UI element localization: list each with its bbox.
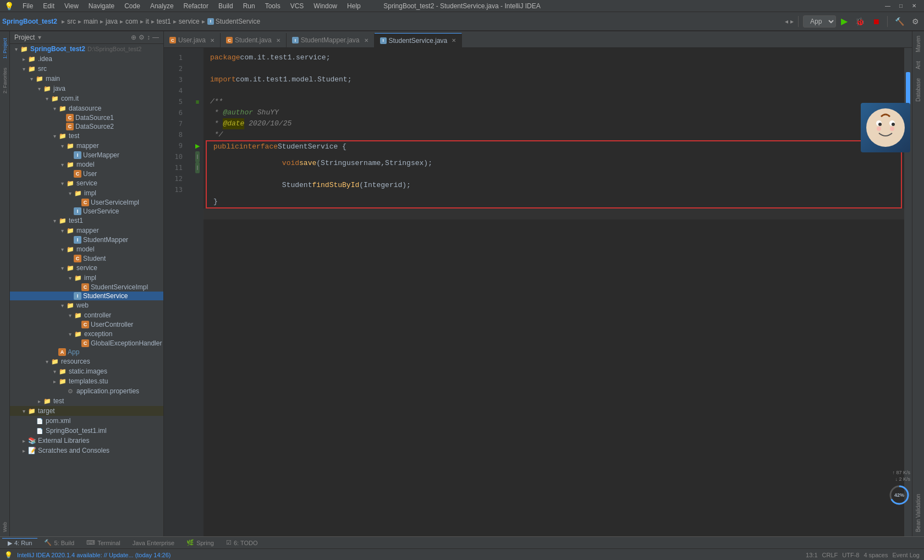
menu-view[interactable]: View	[60, 1, 83, 11]
menu-edit[interactable]: Edit	[38, 1, 59, 11]
java-enterprise-tab[interactable]: Java Enterprise	[127, 539, 180, 547]
tree-usermapper[interactable]: I UserMapper	[10, 151, 163, 160]
menu-file[interactable]: File	[18, 1, 37, 11]
menu-build[interactable]: Build	[214, 1, 238, 11]
run-button[interactable]: ▶	[838, 14, 850, 28]
tree-userserviceimpl[interactable]: C UserServiceImpl	[10, 198, 163, 207]
tab-studentmapper-java[interactable]: I StudentMapper.java ✕	[287, 33, 375, 47]
tree-templates-stu[interactable]: ▸ 📁 templates.stu	[10, 376, 163, 386]
code-content[interactable]: package com.it.test1.service; import com…	[204, 48, 904, 536]
menu-navigate[interactable]: Navigate	[84, 1, 119, 11]
menu-help[interactable]: Help	[343, 1, 365, 11]
bean-validation-toggle[interactable]: Bean Validation	[914, 490, 922, 536]
tree-application-properties[interactable]: ⚙ application.properties	[10, 386, 163, 396]
tab-studentservice-java[interactable]: I StudentService.java ✕	[375, 33, 463, 47]
debug-button[interactable]: 🐞	[853, 15, 867, 28]
tree-userservice[interactable]: I UserService	[10, 207, 163, 216]
tree-datasource2[interactable]: C DataSource2	[10, 122, 163, 131]
forward-button[interactable]: ▸	[790, 18, 794, 25]
menu-window[interactable]: Window	[309, 1, 342, 11]
back-button[interactable]: ◂	[785, 18, 788, 25]
line-ending[interactable]: CRLF	[822, 552, 838, 558]
tree-src[interactable]: ▾ 📁 src	[10, 64, 163, 74]
tree-test1-mapper[interactable]: ▾ 📁 mapper	[10, 226, 163, 235]
menu-run[interactable]: Run	[239, 1, 260, 11]
tree-test-model[interactable]: ▾ 📁 model	[10, 160, 163, 169]
tab-close-icon4[interactable]: ✕	[452, 37, 456, 43]
scope-icon[interactable]: ⊕	[131, 34, 136, 41]
terminal-tab[interactable]: ⌨ Terminal	[81, 538, 126, 547]
breadcrumb-service[interactable]: service	[179, 18, 200, 25]
ant-panel-toggle[interactable]: Ant	[914, 57, 922, 74]
indent[interactable]: 4 spaces	[864, 552, 888, 558]
encoding[interactable]: UTF-8	[842, 552, 859, 558]
menu-analyze[interactable]: Analyze	[146, 1, 178, 11]
tree-test1[interactable]: ▾ 📁 test1	[10, 216, 163, 226]
tree-student[interactable]: C Student	[10, 254, 163, 263]
tree-test-service[interactable]: ▾ 📁 service	[10, 178, 163, 188]
sidebar-icon-favorites[interactable]: 2: Favorites	[1, 63, 9, 98]
tab-close-icon2[interactable]: ✕	[276, 37, 280, 43]
tree-studentserviceimpl[interactable]: C StudentServiceImpl	[10, 283, 163, 292]
tree-comit[interactable]: ▾ 📁 com.it	[10, 94, 163, 103]
build-tab[interactable]: 🔨 5: Build	[38, 538, 80, 547]
tree-exception[interactable]: ▾ 📁 exception	[10, 329, 163, 339]
breadcrumb-file[interactable]: I StudentService	[207, 18, 260, 25]
tree-test-mapper[interactable]: ▾ 📁 mapper	[10, 141, 163, 151]
app-selector[interactable]: App	[803, 15, 836, 28]
expand-icon[interactable]: ↕	[147, 34, 150, 41]
maximize-button[interactable]: □	[895, 1, 906, 12]
gear-icon[interactable]: ⚙	[139, 34, 145, 41]
tab-student-java[interactable]: C Student.java ✕	[221, 33, 287, 47]
sidebar-icon-web[interactable]: Web	[1, 518, 9, 536]
tree-root[interactable]: ▾ 📁 SpringBoot_test2 D:\SpringBoot_test2	[10, 44, 163, 54]
tab-close-icon[interactable]: ✕	[210, 37, 215, 43]
menu-code[interactable]: Code	[120, 1, 145, 11]
tree-datasource[interactable]: ▾ 📁 datasource	[10, 103, 163, 113]
tree-studentservice[interactable]: I StudentService	[10, 292, 163, 300]
tree-target[interactable]: ▾ 📁 target	[10, 406, 163, 416]
build-button[interactable]: 🔨	[892, 15, 907, 28]
tree-resources[interactable]: ▾ 📁 resources	[10, 356, 163, 366]
breadcrumb-it[interactable]: it	[146, 18, 149, 25]
implement-icon2[interactable]: I	[195, 162, 199, 173]
breadcrumb-test1[interactable]: test1	[157, 18, 171, 25]
menu-tools[interactable]: Tools	[261, 1, 285, 11]
tree-test-service-impl[interactable]: ▾ 📁 impl	[10, 188, 163, 198]
tree-test[interactable]: ▾ 📁 test	[10, 131, 163, 141]
breadcrumb-com[interactable]: com	[125, 18, 138, 25]
menu-vcs[interactable]: VCS	[286, 1, 309, 11]
menu-refactor[interactable]: Refactor	[179, 1, 213, 11]
minimize-button[interactable]: —	[882, 1, 893, 12]
tab-close-icon3[interactable]: ✕	[364, 37, 369, 43]
collapse-panel-icon[interactable]: —	[152, 34, 159, 41]
tree-iml[interactable]: 📄 SpringBoot_test1.iml	[10, 426, 163, 436]
settings-button[interactable]: ⚙	[909, 15, 922, 28]
breadcrumb-java[interactable]: java	[106, 18, 118, 25]
tree-test1-service[interactable]: ▾ 📁 service	[10, 263, 163, 273]
spring-tab[interactable]: 🌿 Spring	[181, 538, 219, 547]
maven-panel-toggle[interactable]: Maven	[914, 31, 922, 57]
database-panel-toggle[interactable]: Database	[914, 74, 922, 106]
status-message[interactable]: IntelliJ IDEA 2020.1.4 available: // Upd…	[17, 552, 170, 558]
tree-static-images[interactable]: ▾ 📁 static.images	[10, 366, 163, 376]
tree-test1-model[interactable]: ▾ 📁 model	[10, 244, 163, 254]
tree-studentmapper[interactable]: I StudentMapper	[10, 235, 163, 244]
tree-pom-xml[interactable]: 📄 pom.xml	[10, 416, 163, 426]
tree-datasource1[interactable]: C DataSource1	[10, 113, 163, 122]
run-tab[interactable]: ▶ 4: Run	[2, 538, 37, 548]
tree-app[interactable]: A App	[10, 348, 163, 356]
tree-web[interactable]: ▾ 📁 web	[10, 300, 163, 310]
tab-user-java[interactable]: C User.java ✕	[164, 33, 221, 47]
tree-user[interactable]: C User	[10, 169, 163, 178]
event-log[interactable]: Event Log	[892, 552, 920, 558]
todo-tab[interactable]: ☑ 6: TODO	[221, 538, 263, 547]
tree-controller[interactable]: ▾ 📁 controller	[10, 310, 163, 320]
tree-java[interactable]: ▾ 📁 java	[10, 84, 163, 94]
close-button[interactable]: ✕	[909, 1, 920, 12]
tree-main[interactable]: ▾ 📁 main	[10, 74, 163, 84]
tree-idea[interactable]: ▸ 📁 .idea	[10, 54, 163, 64]
tree-external-libraries[interactable]: ▸ 📚 External Libraries	[10, 436, 163, 446]
tree-test-folder[interactable]: ▸ 📁 test	[10, 396, 163, 406]
tree-scratches[interactable]: ▸ 📝 Scratches and Consoles	[10, 446, 163, 455]
